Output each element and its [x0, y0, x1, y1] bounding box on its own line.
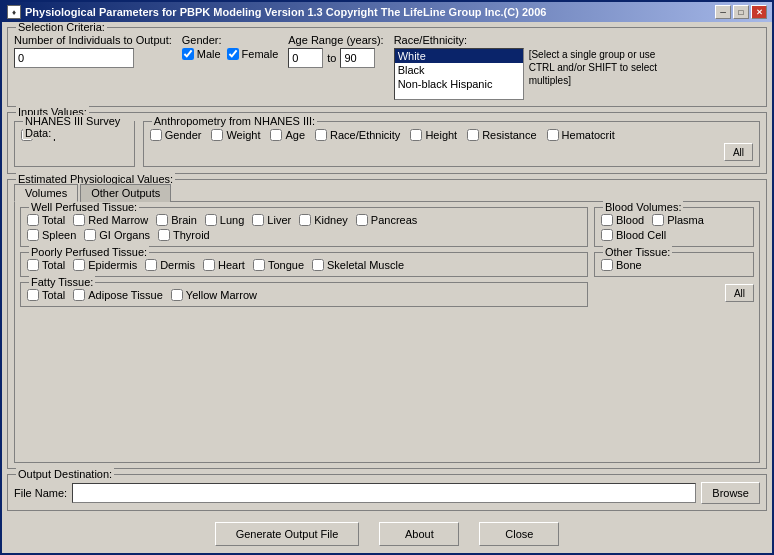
- tissue-grid: Well Perfused Tissue: Total Red Marrow B…: [20, 207, 754, 457]
- nhanes-label: NHANES III Survey Data:: [23, 115, 134, 139]
- poorly-tongue[interactable]: Tongue: [253, 259, 304, 271]
- anthro-hematocrit-checkbox[interactable]: [547, 129, 559, 141]
- window-title: Physiological Parameters for PBPK Modeli…: [25, 6, 546, 18]
- male-checkbox-label[interactable]: Male: [182, 48, 221, 60]
- file-name-input[interactable]: [72, 483, 696, 503]
- well-kidney[interactable]: Kidney: [299, 214, 348, 226]
- other-row: Bone: [601, 259, 747, 271]
- close-window-button[interactable]: ✕: [751, 5, 767, 19]
- nhanes-box: NHANES III Survey Data: Sequence Number: [14, 121, 135, 167]
- poorly-perfused-group: Poorly Perfused Tissue: Total Epidermis …: [20, 252, 588, 277]
- estimated-group: Estimated Physiological Values: Volumes …: [7, 179, 767, 469]
- poorly-row: Total Epidermis Dermis Heart Tongue Skel…: [27, 259, 581, 271]
- anthro-weight-checkbox[interactable]: [211, 129, 223, 141]
- well-thyroid[interactable]: Thyroid: [158, 229, 210, 241]
- fatty-row: Total Adipose Tissue Yellow Marrow: [27, 289, 581, 301]
- inputs-all-button[interactable]: All: [724, 143, 753, 161]
- tissue-right: Blood Volumes: Blood Plasma Blood Cell: [594, 207, 754, 457]
- poorly-heart[interactable]: Heart: [203, 259, 245, 271]
- anthro-race-checkbox[interactable]: [315, 129, 327, 141]
- female-checkbox-label[interactable]: Female: [227, 48, 279, 60]
- well-row2: Spleen GI Organs Thyroid: [27, 229, 581, 241]
- titlebar-left: ♦ Physiological Parameters for PBPK Mode…: [7, 5, 546, 19]
- all-btn-container: All: [150, 143, 753, 161]
- female-label: Female: [242, 48, 279, 60]
- blood-row1: Blood Plasma: [601, 214, 747, 226]
- anthro-height-checkbox[interactable]: [410, 129, 422, 141]
- anthro-resistance[interactable]: Resistance: [467, 129, 536, 141]
- anthro-height[interactable]: Height: [410, 129, 457, 141]
- race-listbox[interactable]: White Black Non-black Hispanic: [394, 48, 524, 100]
- file-name-label: File Name:: [14, 487, 67, 499]
- well-perfused-label: Well Perfused Tissue:: [29, 201, 139, 213]
- poorly-dermis[interactable]: Dermis: [145, 259, 195, 271]
- output-label: Output Destination:: [16, 468, 114, 480]
- blood-blood-cell[interactable]: Blood Cell: [601, 229, 666, 241]
- file-row: File Name: Browse: [14, 482, 760, 504]
- estimated-all-button[interactable]: All: [725, 284, 754, 302]
- race-label: Race/Ethnicity:: [394, 34, 669, 46]
- well-perfused-group: Well Perfused Tissue: Total Red Marrow B…: [20, 207, 588, 247]
- anthropometry-label: Anthropometry from NHANES III:: [152, 115, 317, 127]
- race-hint: [Select a single group or use CTRL and/o…: [529, 48, 669, 87]
- age-to-input[interactable]: [340, 48, 375, 68]
- output-group: Output Destination: File Name: Browse: [7, 474, 767, 511]
- poorly-skeletal-muscle[interactable]: Skeletal Muscle: [312, 259, 404, 271]
- minimize-button[interactable]: ─: [715, 5, 731, 19]
- fatty-yellow-marrow[interactable]: Yellow Marrow: [171, 289, 257, 301]
- fatty-tissue-group: Fatty Tissue: Total Adipose Tissue Yello…: [20, 282, 588, 307]
- male-checkbox[interactable]: [182, 48, 194, 60]
- age-row: to: [288, 48, 383, 68]
- well-liver[interactable]: Liver: [252, 214, 291, 226]
- gender-row: Male Female: [182, 48, 279, 60]
- anthro-hematocrit[interactable]: Hematocrit: [547, 129, 615, 141]
- tab-other-outputs[interactable]: Other Outputs: [80, 184, 171, 202]
- anthro-race[interactable]: Race/Ethnicity: [315, 129, 400, 141]
- titlebar-controls: ─ □ ✕: [715, 5, 767, 19]
- blood-volumes-label: Blood Volumes:: [603, 201, 683, 213]
- well-spleen[interactable]: Spleen: [27, 229, 76, 241]
- titlebar: ♦ Physiological Parameters for PBPK Mode…: [2, 2, 772, 22]
- fatty-adipose[interactable]: Adipose Tissue: [73, 289, 163, 301]
- well-pancreas[interactable]: Pancreas: [356, 214, 417, 226]
- browse-button[interactable]: Browse: [701, 482, 760, 504]
- well-lung[interactable]: Lung: [205, 214, 244, 226]
- close-button[interactable]: Close: [479, 522, 559, 546]
- race-item-black[interactable]: Black: [395, 63, 523, 77]
- female-checkbox[interactable]: [227, 48, 239, 60]
- inputs-group: Inputs Values: NHANES III Survey Data: S…: [7, 112, 767, 174]
- age-from-input[interactable]: [288, 48, 323, 68]
- well-total[interactable]: Total: [27, 214, 65, 226]
- race-item-white[interactable]: White: [395, 49, 523, 63]
- tab-content: Well Perfused Tissue: Total Red Marrow B…: [14, 201, 760, 463]
- poorly-total[interactable]: Total: [27, 259, 65, 271]
- race-item-nonblack[interactable]: Non-black Hispanic: [395, 77, 523, 91]
- generate-button[interactable]: Generate Output File: [215, 522, 360, 546]
- maximize-button[interactable]: □: [733, 5, 749, 19]
- tab-volumes[interactable]: Volumes: [14, 184, 78, 202]
- tabs-row: Volumes Other Outputs: [14, 184, 760, 202]
- anthro-age[interactable]: Age: [270, 129, 305, 141]
- fatty-tissue-label: Fatty Tissue:: [29, 276, 95, 288]
- well-gi-organs[interactable]: GI Organs: [84, 229, 150, 241]
- age-range-group: Age Range (years): to: [288, 34, 383, 68]
- anthro-age-checkbox[interactable]: [270, 129, 282, 141]
- blood-blood[interactable]: Blood: [601, 214, 644, 226]
- poorly-epidermis[interactable]: Epidermis: [73, 259, 137, 271]
- blood-plasma[interactable]: Plasma: [652, 214, 704, 226]
- individuals-input[interactable]: [14, 48, 134, 68]
- well-red-marrow[interactable]: Red Marrow: [73, 214, 148, 226]
- anthro-resistance-checkbox[interactable]: [467, 129, 479, 141]
- tissue-left: Well Perfused Tissue: Total Red Marrow B…: [20, 207, 588, 457]
- race-row: White Black Non-black Hispanic [Select a…: [394, 48, 669, 100]
- anthro-gender-checkbox[interactable]: [150, 129, 162, 141]
- about-button[interactable]: About: [379, 522, 459, 546]
- anthro-weight[interactable]: Weight: [211, 129, 260, 141]
- selection-criteria-label: Selection Criteria:: [16, 22, 107, 33]
- selection-row: Number of Individuals to Output: Gender:…: [14, 34, 760, 100]
- poorly-perfused-label: Poorly Perfused Tissue:: [29, 246, 149, 258]
- anthro-gender[interactable]: Gender: [150, 129, 202, 141]
- fatty-total[interactable]: Total: [27, 289, 65, 301]
- well-brain[interactable]: Brain: [156, 214, 197, 226]
- other-bone[interactable]: Bone: [601, 259, 642, 271]
